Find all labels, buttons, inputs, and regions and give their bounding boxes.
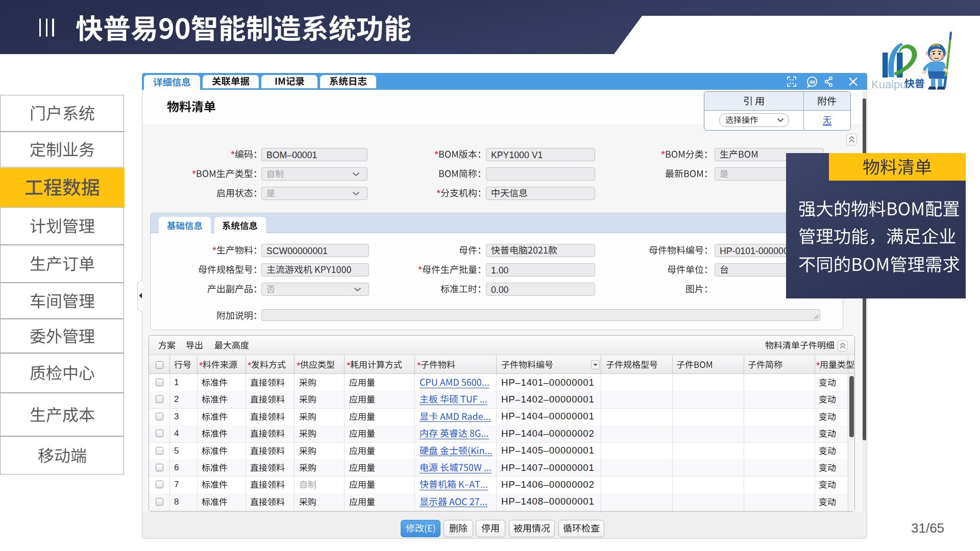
svg-text:Kuaipu: Kuaipu — [871, 78, 906, 91]
